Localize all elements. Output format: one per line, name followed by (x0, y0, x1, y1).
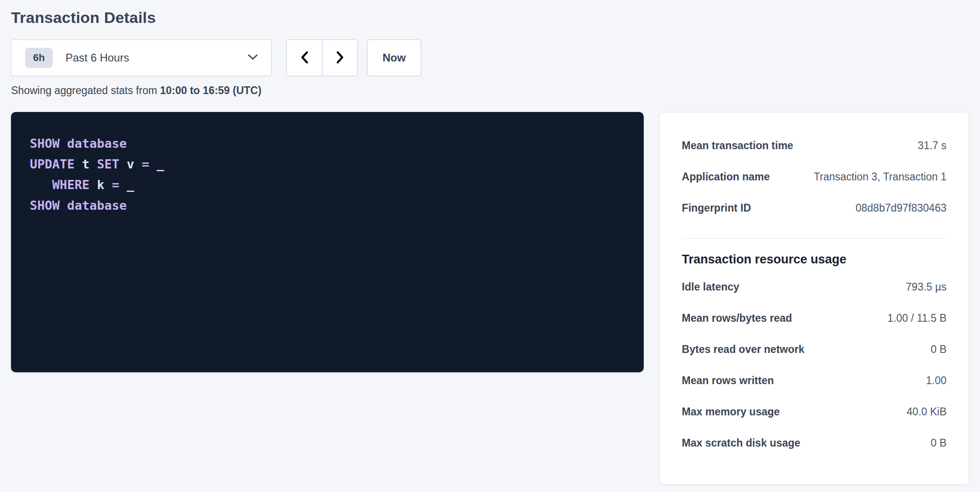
code-token (60, 136, 67, 151)
stat-label: Application name (682, 171, 777, 183)
code-line: UPDATE t SET v = _ (30, 154, 625, 174)
stat-label: Idle latency (682, 281, 746, 293)
code-token: = (142, 157, 149, 171)
code-token: v (119, 157, 142, 171)
code-token: database (67, 136, 127, 151)
stat-row: Fingerprint ID08d8b7d97f830463 (682, 192, 947, 224)
aggregation-time-range: 10:00 to 16:59 (UTC) (160, 84, 262, 96)
stat-value: 0 B (930, 343, 947, 356)
aggregation-subtitle: Showing aggregated stats from 10:00 to 1… (11, 84, 969, 97)
divider (682, 238, 947, 239)
stat-label: Mean transaction time (682, 140, 801, 152)
stat-label: Fingerprint ID (682, 202, 758, 214)
now-button[interactable]: Now (367, 39, 421, 76)
code-token: WHERE (52, 178, 89, 192)
stat-row: Idle latency793.5 µs (682, 271, 947, 302)
time-range-badge: 6h (25, 48, 53, 68)
stat-value: 08d8b7d97f830463 (856, 202, 947, 214)
chevron-down-icon (247, 54, 258, 62)
code-token: database (67, 198, 127, 212)
code-token (30, 178, 52, 192)
transaction-details-page: Transaction Details 6h Past 6 Hours Now (0, 0, 980, 485)
stat-value: 1.00 / 11.5 B (887, 312, 947, 324)
stat-label: Bytes read over network (682, 343, 812, 356)
page-title: Transaction Details (11, 7, 969, 28)
code-token (60, 198, 67, 212)
stat-row: Max memory usage40.0 KiB (682, 396, 947, 427)
main-content: SHOW databaseUPDATE t SET v = _ WHERE k … (11, 112, 969, 485)
code-token: _ (149, 157, 164, 171)
stat-label: Mean rows written (682, 375, 781, 387)
code-token: SHOW (30, 198, 60, 212)
summary-rows: Mean transaction time31.7 sApplication n… (682, 130, 947, 224)
transaction-stats-card: Mean transaction time31.7 sApplication n… (659, 112, 969, 485)
stat-row: Bytes read over network0 B (682, 334, 947, 365)
stat-value: 1.00 (926, 375, 947, 387)
time-range-selected-label: Past 6 Hours (66, 51, 247, 64)
aggregation-subtitle-prefix: Showing aggregated stats from (11, 84, 160, 96)
code-token: SHOW (30, 136, 60, 151)
code-token: SET (97, 157, 119, 171)
code-line: SHOW database (30, 195, 625, 216)
code-token: _ (119, 178, 134, 192)
stat-label: Max memory usage (682, 406, 787, 418)
stat-row: Mean rows/bytes read1.00 / 11.5 B (682, 302, 947, 334)
usage-rows: Idle latency793.5 µsMean rows/bytes read… (682, 271, 947, 458)
resource-usage-title: Transaction resource usage (682, 252, 947, 267)
stat-value: 40.0 KiB (907, 406, 947, 418)
stat-value: Transaction 3, Transaction 1 (814, 171, 947, 183)
chevron-left-icon (300, 50, 310, 66)
code-token: UPDATE (30, 157, 75, 171)
stat-row: Mean transaction time31.7 s (682, 130, 947, 161)
stat-value: 0 B (930, 437, 947, 449)
code-line: SHOW database (30, 133, 625, 154)
stat-value: 793.5 µs (906, 281, 947, 293)
sql-statement-box: SHOW databaseUPDATE t SET v = _ WHERE k … (11, 112, 644, 372)
code-token: k (89, 178, 112, 192)
time-controls: 6h Past 6 Hours Now (11, 39, 969, 76)
stat-row: Application nameTransaction 3, Transacti… (682, 161, 947, 192)
stat-label: Max scratch disk usage (682, 437, 807, 449)
code-token: t (75, 157, 97, 171)
stat-row: Mean rows written1.00 (682, 365, 947, 396)
prev-time-button[interactable] (287, 40, 322, 76)
time-range-dropdown[interactable]: 6h Past 6 Hours (11, 39, 272, 76)
time-step-button-group (286, 39, 358, 76)
next-time-button[interactable] (322, 40, 357, 76)
code-line: WHERE k = _ (30, 174, 625, 195)
stat-row: Max scratch disk usage0 B (682, 427, 947, 458)
code-token: = (112, 178, 119, 192)
chevron-right-icon (335, 50, 345, 66)
stat-label: Mean rows/bytes read (682, 312, 799, 324)
stat-value: 31.7 s (918, 140, 947, 152)
